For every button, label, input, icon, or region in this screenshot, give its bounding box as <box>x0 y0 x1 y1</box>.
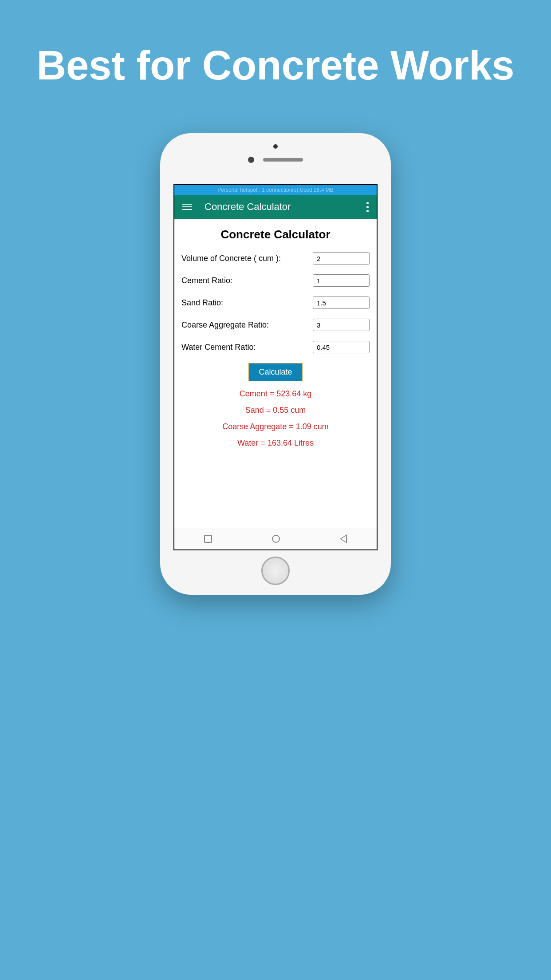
input-sand-ratio[interactable] <box>313 296 370 309</box>
calculate-button[interactable]: Calculate <box>248 363 302 381</box>
front-camera-icon <box>248 157 254 163</box>
label-volume: Volume of Concrete ( cum ): <box>181 254 281 263</box>
input-water-ratio[interactable] <box>313 341 370 353</box>
main-content: Concrete Calculator Volume of Concrete (… <box>174 219 377 549</box>
home-nav-icon[interactable] <box>272 535 280 543</box>
row-sand-ratio: Sand Ratio: <box>181 296 370 309</box>
result-sand: Sand = 0.55 cum <box>181 406 370 415</box>
android-nav-bar <box>174 528 377 549</box>
page-heading: Concrete Calculator <box>181 228 370 241</box>
result-coarse: Coarse Aggregate = 1.09 cum <box>181 422 370 431</box>
hero-title: Best for Concrete Works <box>0 0 551 89</box>
label-water-ratio: Water Cement Ratio: <box>181 343 256 352</box>
overview-nav-icon[interactable] <box>204 535 212 543</box>
label-cement-ratio: Cement Ratio: <box>181 276 232 285</box>
input-cement-ratio[interactable] <box>313 274 370 287</box>
more-options-icon[interactable] <box>366 202 369 212</box>
phone-mockup: Personal hotspot : 1 connection(s).Used … <box>160 133 391 595</box>
row-volume: Volume of Concrete ( cum ): <box>181 252 370 265</box>
proximity-sensor-icon <box>273 144 278 149</box>
row-cement-ratio: Cement Ratio: <box>181 274 370 287</box>
app-bar: Concrete Calculator <box>174 195 377 219</box>
input-volume[interactable] <box>313 252 370 265</box>
status-bar: Personal hotspot : 1 connection(s).Used … <box>174 185 377 195</box>
app-screen: Personal hotspot : 1 connection(s).Used … <box>173 184 378 550</box>
label-sand-ratio: Sand Ratio: <box>181 298 223 308</box>
result-cement: Cement = 523.64 kg <box>181 389 370 399</box>
home-button-icon[interactable] <box>261 557 290 585</box>
speaker-grill-icon <box>263 158 303 162</box>
row-coarse-ratio: Coarse Aggregate Ratio: <box>181 319 370 331</box>
input-coarse-ratio[interactable] <box>313 319 370 331</box>
result-water: Water = 163.64 Litres <box>181 439 370 448</box>
hamburger-menu-icon[interactable] <box>182 204 192 210</box>
phone-top-sensors <box>160 144 391 163</box>
row-water-ratio: Water Cement Ratio: <box>181 341 370 353</box>
label-coarse-ratio: Coarse Aggregate Ratio: <box>181 320 269 330</box>
app-bar-title: Concrete Calculator <box>205 201 366 213</box>
back-nav-icon[interactable] <box>340 534 347 543</box>
results-block: Cement = 523.64 kg Sand = 0.55 cum Coars… <box>181 389 370 448</box>
